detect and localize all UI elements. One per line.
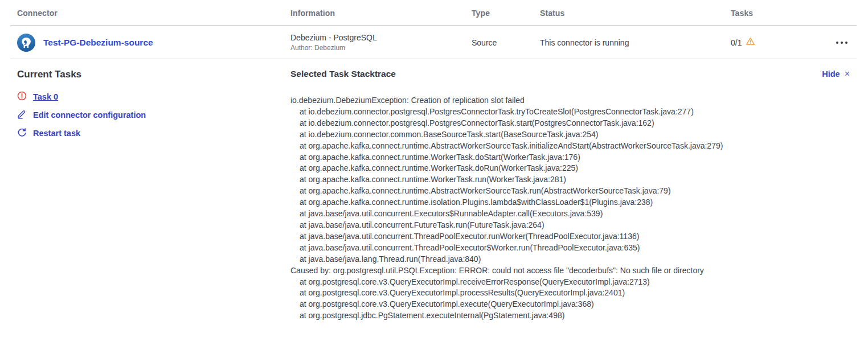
alert-circle-icon — [17, 91, 27, 103]
warning-triangle-icon — [746, 36, 755, 48]
connector-detail-page: { "table": { "columns": ["Connector", "I… — [0, 0, 868, 337]
current-tasks-panel: Current Tasks Task 0 Edit connector conf… — [17, 59, 290, 322]
stacktrace-line: at java.base/java.util.concurrent.Execut… — [290, 208, 857, 220]
stacktrace-line: at org.apache.kafka.connect.runtime.Abst… — [290, 141, 857, 152]
column-header-type: Type — [472, 9, 540, 18]
stacktrace-line: at io.debezium.connector.postgresql.Post… — [290, 106, 857, 118]
stacktrace-line: at java.base/java.util.concurrent.Thread… — [290, 243, 857, 254]
hide-label[interactable]: Hide — [822, 69, 840, 79]
task-item-task0[interactable]: Task 0 — [17, 91, 290, 102]
stacktrace-line: at io.debezium.connector.common.BaseSour… — [290, 129, 857, 141]
connector-info-title: Debezium - PostgreSQL — [290, 33, 472, 42]
stacktrace-line: at org.postgresql.core.v3.QueryExecutorI… — [290, 299, 857, 310]
row-menu-ellipsis-icon[interactable] — [835, 38, 849, 47]
edit-connector-config-item[interactable]: Edit connector configuration — [17, 109, 290, 121]
restart-task-label[interactable]: Restart task — [33, 129, 80, 138]
stacktrace-line: at org.apache.kafka.connect.runtime.Work… — [290, 152, 857, 163]
column-header-status: Status — [540, 9, 731, 18]
close-icon[interactable]: × — [845, 69, 850, 79]
stacktrace-panel: Selected Task Stacktrace Hide × io.debez… — [290, 59, 857, 322]
current-tasks-title: Current Tasks — [17, 69, 290, 80]
stacktrace-title: Selected Task Stacktrace — [290, 69, 396, 79]
stacktrace-line: Caused by: org.postgresql.util.PSQLExcep… — [290, 265, 857, 277]
edit-connector-config-label[interactable]: Edit connector configuration — [33, 110, 146, 120]
column-header-connector: Connector — [17, 9, 290, 18]
stacktrace-line: at java.base/java.util.concurrent.Future… — [290, 220, 857, 231]
stacktrace-line: at org.apache.kafka.connect.runtime.Abst… — [290, 186, 857, 197]
stacktrace-line: at java.base/java.util.concurrent.Thread… — [290, 231, 857, 243]
type-cell: Source — [472, 38, 540, 47]
stacktrace-line: at org.apache.kafka.connect.runtime.Work… — [290, 163, 857, 174]
details-section: Current Tasks Task 0 Edit connector conf… — [17, 59, 857, 322]
stacktrace-line: at org.postgresql.core.v3.QueryExecutorI… — [290, 287, 857, 299]
stacktrace-line: at org.apache.kafka.connect.runtime.isol… — [290, 197, 857, 208]
connector-info-author: Author: Debezium — [290, 44, 472, 52]
stacktrace-header: Selected Task Stacktrace Hide × — [290, 69, 857, 79]
stacktrace-line: at org.postgresql.core.v3.QueryExecutorI… — [290, 277, 857, 288]
stacktrace-line: io.debezium.DebeziumException: Creation … — [290, 95, 857, 106]
column-header-tasks: Tasks — [731, 9, 820, 18]
stacktrace-lines: io.debezium.DebeziumException: Creation … — [290, 95, 857, 322]
connector-table: Connector Information Type Status Tasks — [10, 0, 857, 59]
stacktrace-line: at java.base/java.lang.Thread.run(Thread… — [290, 254, 857, 265]
stacktrace-line: at io.debezium.connector.postgresql.Post… — [290, 118, 857, 129]
status-cell: This connector is running — [540, 38, 731, 47]
column-header-information: Information — [290, 9, 472, 18]
information-cell: Debezium - PostgreSQL Author: Debezium — [290, 33, 472, 52]
hide-stacktrace-button[interactable]: Hide × — [822, 69, 850, 79]
tasks-cell: 0/1 — [731, 36, 820, 48]
stacktrace-line: at org.postgresql.jdbc.PgStatement.execu… — [290, 310, 857, 322]
table-header: Connector Information Type Status Tasks — [10, 0, 857, 26]
stacktrace-line: at org.apache.kafka.connect.runtime.Work… — [290, 174, 857, 186]
task0-link[interactable]: Task 0 — [33, 92, 58, 101]
connector-cell: Test-PG-Debezium-source — [17, 34, 290, 52]
postgres-elephant-icon — [17, 34, 35, 52]
restart-task-item[interactable]: Restart task — [17, 128, 290, 139]
restart-icon — [17, 128, 27, 139]
actions-cell — [820, 38, 857, 47]
connector-row: Test-PG-Debezium-source Debezium - Postg… — [10, 26, 857, 59]
tasks-count: 0/1 — [731, 38, 742, 47]
pencil-icon — [17, 109, 27, 121]
connector-name-link[interactable]: Test-PG-Debezium-source — [43, 38, 153, 48]
